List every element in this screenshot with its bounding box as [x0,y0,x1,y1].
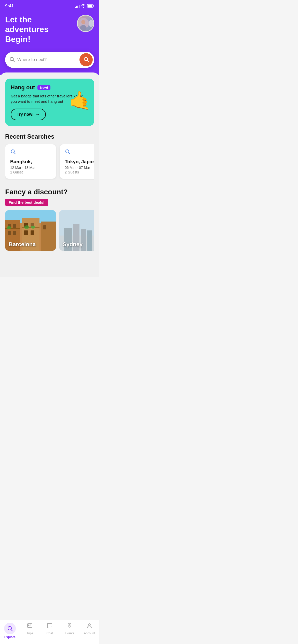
search-card-city-tokyo: Tokyo, Japan [65,159,94,165]
search-card-dates-bangkok: 12 Mar - 13 Mar [10,166,51,170]
search-icon-left [9,56,15,63]
avatar [77,15,94,32]
status-bar: 9:41 [0,0,99,11]
discount-title: Fancy a discount? [5,188,94,196]
search-button[interactable] [79,53,93,66]
svg-line-10 [87,60,88,62]
search-card-guests-bangkok: 1 Guest [10,170,51,174]
search-card-guests-tokyo: 2 Guests [65,170,94,174]
recent-searches-title: Recent Searches [5,133,94,140]
hangout-title: Hang out [11,84,35,91]
search-card-dates-tokyo: 06 Mar - 07 Mar [65,166,94,170]
svg-line-8 [13,60,14,62]
signal-icon [75,4,79,8]
svg-rect-21 [13,224,16,228]
try-now-button[interactable]: Try now! → [11,109,46,120]
hangout-card: Hang out New! Get a badge that lets othe… [5,79,94,126]
new-badge: New! [37,85,50,90]
discount-card-barcelona[interactable]: Barcelona [5,210,56,251]
try-now-arrow: → [36,112,40,117]
recent-search-card-bangkok[interactable]: Bangkok, 12 Mar - 13 Mar 1 Guest [5,144,56,179]
svg-line-12 [14,153,15,154]
svg-rect-22 [8,231,11,235]
try-now-label: Try now! [17,112,34,117]
hangout-emoji: 🤙 [69,92,91,109]
svg-rect-39 [87,230,92,251]
recent-searches-row: Bangkok, 12 Mar - 13 Mar 1 Guest Tokyo, … [5,144,94,180]
header-title: Let the adventures Begin! [5,15,71,44]
svg-rect-19 [41,222,56,251]
wifi-icon [81,4,86,8]
best-deals-badge: Find the best deals! [5,199,48,206]
search-button-icon [83,56,89,63]
battery-icon [87,4,94,8]
discount-images-row: Barcelona Sydney [5,210,94,252]
status-icons [75,4,94,8]
search-input-placeholder[interactable]: Where to next? [17,57,77,62]
status-time: 9:41 [5,4,14,9]
svg-point-33 [31,226,35,229]
search-card-icon-tokyo [65,149,94,156]
svg-rect-27 [31,230,34,235]
svg-point-5 [81,20,85,24]
svg-line-14 [69,153,70,154]
header: Let the adventures Begin! [0,11,99,52]
svg-point-31 [7,226,11,229]
svg-rect-3 [93,5,94,7]
svg-rect-26 [24,230,28,235]
search-section: Where to next? [0,52,99,75]
main-content: Hang out New! Get a badge that lets othe… [0,72,99,277]
svg-point-0 [83,7,84,8]
discount-card-sydney[interactable]: Sydney [59,210,94,251]
svg-point-6 [80,25,87,31]
recent-search-card-tokyo[interactable]: Tokyo, Japan 06 Mar - 07 Mar 2 Guests [60,144,94,179]
discount-card-label-barcelona: Barcelona [9,241,36,248]
search-card-icon-bangkok [10,149,51,156]
svg-point-32 [24,225,29,229]
search-bar[interactable]: Where to next? [5,52,94,68]
svg-rect-2 [88,5,92,7]
svg-rect-28 [43,225,46,229]
discount-card-label-sydney: Sydney [63,241,83,248]
svg-rect-23 [13,231,16,235]
hangout-title-row: Hang out New! [11,84,87,91]
avatar-image [78,16,93,31]
search-card-city-bangkok: Bangkok, [10,159,51,165]
